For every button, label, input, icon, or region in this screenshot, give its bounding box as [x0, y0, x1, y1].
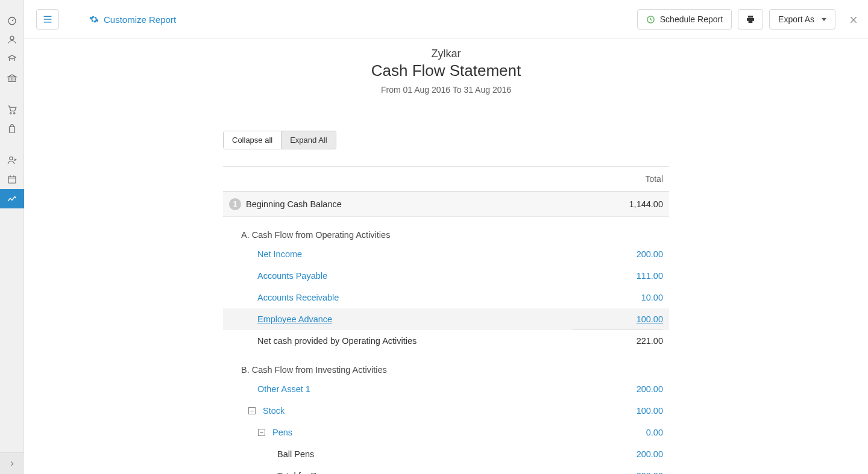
- chevron-down-icon: [822, 18, 826, 21]
- accounts-receivable-link[interactable]: Accounts Receivable: [257, 293, 339, 302]
- svg-point-1: [10, 36, 14, 40]
- other-asset-link[interactable]: Other Asset 1: [257, 384, 310, 394]
- schedule-report-label: Schedule Report: [660, 14, 723, 24]
- customize-report-link[interactable]: Customize Report: [89, 14, 176, 25]
- row-accounts-payable[interactable]: Accounts Payable 111.00: [223, 265, 669, 287]
- svg-rect-5: [8, 176, 16, 183]
- print-button[interactable]: [738, 9, 763, 30]
- collapse-all-button[interactable]: Collapse all: [224, 131, 281, 149]
- report-panel: Customize Report Schedule Report Export …: [24, 0, 868, 474]
- company-name: Zylkar: [72, 48, 820, 60]
- report-header: Zylkar Cash Flow Statement From 01 Aug 2…: [72, 39, 820, 95]
- accounts-payable-amount[interactable]: 111.00: [591, 271, 663, 281]
- expand-collapse-segmented: Collapse all Expand All: [223, 131, 336, 149]
- row-accounts-receivable[interactable]: Accounts Receivable 10.00: [223, 287, 669, 308]
- pens-amount[interactable]: 0.00: [591, 428, 663, 437]
- print-icon: [746, 14, 755, 24]
- employee-advance-amount[interactable]: 100.00: [591, 314, 663, 324]
- pens-link[interactable]: Pens: [272, 428, 292, 437]
- row-employee-advance[interactable]: Employee Advance 100.00: [223, 308, 669, 330]
- net-income-amount[interactable]: 200.00: [591, 249, 663, 259]
- row-pens[interactable]: − Pens 0.00: [223, 422, 669, 443]
- svg-point-2: [10, 113, 11, 114]
- report-title: Cash Flow Statement: [72, 61, 820, 80]
- export-as-button[interactable]: Export As: [769, 9, 835, 30]
- sales-icon[interactable]: [0, 100, 24, 119]
- row-beginning-balance: 1 Beginning Cash Balance 1,144.00: [223, 192, 669, 217]
- ball-pens-amount[interactable]: 200.00: [591, 449, 663, 459]
- accounts-payable-link[interactable]: Accounts Payable: [257, 271, 327, 281]
- row-stock[interactable]: − Stock 100.00: [223, 400, 669, 422]
- row-net-operating: Net cash provided by Operating Activitie…: [223, 330, 669, 352]
- row-total-pens: Total for Pens 200.00: [223, 465, 669, 474]
- row-ball-pens[interactable]: Ball Pens 200.00: [223, 443, 669, 465]
- total-pens-label: Total for Pens: [229, 471, 591, 474]
- gear-icon: [89, 14, 99, 24]
- beginning-balance-amount: 1,144.00: [591, 199, 663, 209]
- dashboard-icon[interactable]: [0, 11, 24, 30]
- section-b-header: B. Cash Flow from Investing Activities: [223, 352, 669, 378]
- row-other-asset[interactable]: Other Asset 1 200.00: [223, 378, 669, 400]
- timesheet-icon[interactable]: [0, 170, 24, 189]
- expand-all-button[interactable]: Expand All: [281, 131, 335, 149]
- toggle-sidebar-button[interactable]: [36, 9, 59, 30]
- total-pens-amount: 200.00: [591, 471, 663, 474]
- ball-pens-label: Ball Pens: [277, 449, 314, 459]
- row-net-income[interactable]: Net Income 200.00: [223, 243, 669, 265]
- section-b-label: B. Cash Flow from Investing Activities: [241, 365, 663, 375]
- expand-sidebar-icon[interactable]: [0, 452, 24, 474]
- stock-link[interactable]: Stock: [263, 406, 285, 416]
- stock-amount[interactable]: 100.00: [591, 406, 663, 416]
- export-as-label: Export As: [778, 14, 814, 24]
- items-icon[interactable]: [0, 49, 24, 69]
- customize-report-label: Customize Report: [104, 14, 176, 25]
- close-button[interactable]: [844, 13, 863, 27]
- net-operating-amount: 221.00: [591, 336, 663, 346]
- schedule-report-button[interactable]: Schedule Report: [637, 9, 732, 30]
- svg-point-4: [9, 157, 12, 160]
- net-income-link[interactable]: Net Income: [257, 249, 302, 259]
- report-date-range: From 01 Aug 2016 To 31 Aug 2016: [72, 85, 820, 95]
- svg-point-3: [13, 113, 14, 114]
- report-body: Zylkar Cash Flow Statement From 01 Aug 2…: [24, 39, 868, 474]
- report-table: Total 1 Beginning Cash Balance 1,144.00 …: [223, 166, 669, 474]
- employee-advance-link[interactable]: Employee Advance: [257, 314, 332, 324]
- collapse-toggle-pens[interactable]: −: [258, 429, 265, 436]
- section-a-header: A. Cash Flow from Operating Activities: [223, 217, 669, 243]
- close-icon: [849, 15, 858, 25]
- step-badge-1: 1: [229, 198, 241, 210]
- beginning-balance-label: Beginning Cash Balance: [246, 199, 342, 209]
- section-a-label: A. Cash Flow from Operating Activities: [241, 230, 663, 240]
- purchases-icon[interactable]: [0, 119, 24, 139]
- banking-icon[interactable]: [0, 69, 24, 88]
- net-operating-label: Net cash provided by Operating Activitie…: [229, 336, 591, 346]
- left-nav-sidebar: [0, 0, 24, 474]
- report-toolbar: Customize Report Schedule Report Export …: [24, 0, 868, 39]
- contacts-icon[interactable]: [0, 30, 24, 49]
- clock-icon: [646, 15, 655, 24]
- reports-icon[interactable]: [0, 189, 24, 208]
- accounts-receivable-amount[interactable]: 10.00: [591, 293, 663, 302]
- column-header-total: Total: [223, 167, 669, 192]
- other-asset-amount[interactable]: 200.00: [591, 384, 663, 394]
- collapse-toggle-stock[interactable]: −: [248, 407, 256, 414]
- accountant-icon[interactable]: [0, 151, 24, 170]
